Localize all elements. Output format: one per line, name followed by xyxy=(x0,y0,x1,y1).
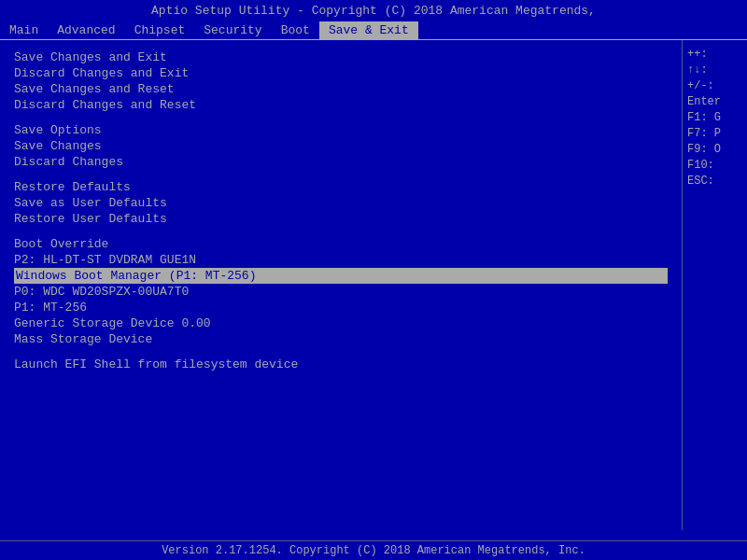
menu-item-21[interactable]: Launch EFI Shell from filesystem device xyxy=(14,357,668,372)
menu-item-9[interactable]: Restore Defaults xyxy=(14,179,668,195)
sidebar-key-6: F9: O xyxy=(687,143,742,156)
main-content: Save Changes and ExitDiscard Changes and… xyxy=(0,40,747,530)
menu-item-16[interactable]: P0: WDC WD20SPZX-00UA7T0 xyxy=(14,284,668,300)
sidebar-key-2: +/-: xyxy=(687,79,742,92)
sidebar-key-1: ↑↓: xyxy=(687,63,742,77)
left-panel: Save Changes and ExitDiscard Changes and… xyxy=(0,40,682,530)
nav-item-chipset[interactable]: Chipset xyxy=(125,21,195,39)
menu-item-13: Boot Override xyxy=(14,236,668,252)
nav-item-save---exit[interactable]: Save & Exit xyxy=(319,21,418,39)
nav-item-main[interactable]: Main xyxy=(0,21,48,39)
footer-text: Version 2.17.1254. Copyright (C) 2018 Am… xyxy=(162,544,585,557)
title-bar: Aptio Setup Utility - Copyright (C) 2018… xyxy=(0,0,747,20)
menu-item-11[interactable]: Restore User Defaults xyxy=(14,211,668,227)
menu-item-3[interactable]: Discard Changes and Reset xyxy=(14,97,668,113)
nav-item-advanced[interactable]: Advanced xyxy=(48,21,124,39)
nav-item-security[interactable]: Security xyxy=(194,21,271,39)
menu-item-7[interactable]: Discard Changes xyxy=(14,154,668,170)
menu-item-18[interactable]: Generic Storage Device 0.00 xyxy=(14,315,668,331)
spacer-4 xyxy=(14,113,668,122)
menu-item-10[interactable]: Save as User Defaults xyxy=(14,195,668,211)
footer: Version 2.17.1254. Copyright (C) 2018 Am… xyxy=(0,540,747,560)
spacer-20 xyxy=(14,347,668,357)
menu-item-0[interactable]: Save Changes and Exit xyxy=(14,49,668,65)
menu-item-5: Save Options xyxy=(14,122,668,138)
sidebar-key-4: F1: G xyxy=(687,111,742,124)
spacer-12 xyxy=(14,227,668,236)
menu-item-17[interactable]: P1: MT-256 xyxy=(14,300,668,315)
nav-bar: MainAdvancedChipsetSecurityBootSave & Ex… xyxy=(0,20,747,40)
sidebar-key-8: ESC: xyxy=(687,175,742,188)
right-sidebar: ++:↑↓:+/-:EnterF1: GF7: PF9: OF10:ESC: xyxy=(682,40,747,530)
menu-item-1[interactable]: Discard Changes and Exit xyxy=(14,65,668,81)
sidebar-key-0: ++: xyxy=(687,48,742,61)
menu-item-2[interactable]: Save Changes and Reset xyxy=(14,81,668,97)
menu-item-6[interactable]: Save Changes xyxy=(14,138,668,154)
menu-item-19[interactable]: Mass Storage Device xyxy=(14,331,668,347)
sidebar-key-5: F7: P xyxy=(687,127,742,140)
nav-item-boot[interactable]: Boot xyxy=(272,21,319,39)
sidebar-key-7: F10: xyxy=(687,159,742,172)
menu-item-14[interactable]: P2: HL-DT-ST DVDRAM GUE1N xyxy=(14,252,668,268)
spacer-8 xyxy=(14,170,668,179)
sidebar-key-3: Enter xyxy=(687,95,742,108)
title-text: Aptio Setup Utility - Copyright (C) 2018… xyxy=(151,4,596,18)
menu-item-15[interactable]: Windows Boot Manager (P1: MT-256) xyxy=(14,268,668,284)
